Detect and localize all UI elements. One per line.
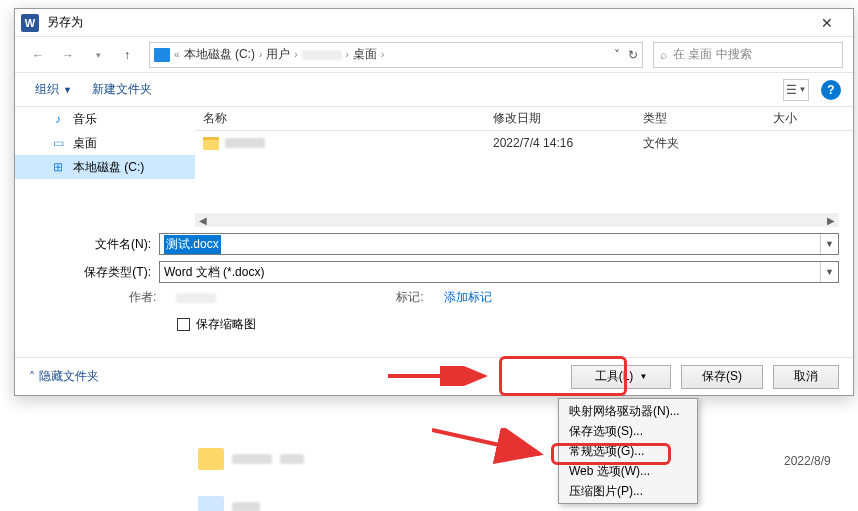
blurred-filename: [225, 138, 265, 148]
sidebar-item-label: 音乐: [73, 111, 97, 128]
tools-dropdown-menu: 映射网络驱动器(N)... 保存选项(S)... 常规选项(G)... Web …: [558, 398, 698, 504]
filename-label: 文件名(N):: [29, 236, 159, 253]
sidebar-item-label: 本地磁盘 (C:): [73, 159, 144, 176]
filename-value: 测试.docx: [164, 235, 221, 254]
organize-label: 组织: [35, 81, 59, 98]
content-area: ♪ 音乐 ▭ 桌面 ⊞ 本地磁盘 (C:) 名称 修改日期 类型 大小: [15, 107, 853, 227]
thumbnail-checkbox[interactable]: [177, 318, 190, 331]
file-row[interactable]: 2022/7/4 14:16 文件夹: [195, 131, 853, 155]
svg-line-3: [432, 430, 540, 454]
breadcrumb[interactable]: « 本地磁盘 (C:) › 用户 › › 桌面 › ˅ ↻: [149, 42, 643, 68]
tools-label: 工具(L): [595, 368, 634, 385]
save-button[interactable]: 保存(S): [681, 365, 763, 389]
chevron-down-icon: ▼: [639, 372, 647, 381]
scroll-right-icon[interactable]: ▶: [823, 213, 839, 227]
menu-item-general-options[interactable]: 常规选项(G)...: [561, 441, 695, 461]
bg-date: 2022/8/9: [784, 454, 831, 468]
bc-segment[interactable]: 本地磁盘 (C:): [184, 46, 255, 63]
folder-icon: [198, 448, 224, 470]
menu-item-map-drive[interactable]: 映射网络驱动器(N)...: [561, 401, 695, 421]
navbar: ← → ▾ ↑ « 本地磁盘 (C:) › 用户 › › 桌面 › ˅ ↻ ⌕ …: [15, 37, 853, 73]
col-type[interactable]: 类型: [635, 110, 765, 127]
bc-sep: ›: [294, 49, 297, 60]
file-list: 名称 修改日期 类型 大小 2022/7/4 14:16 文件夹 ◀ ▶: [195, 107, 853, 227]
dialog-title: 另存为: [47, 14, 807, 31]
annotation-arrow: [432, 428, 552, 468]
column-headers: 名称 修改日期 类型 大小: [195, 107, 853, 131]
blurred-text: [232, 454, 272, 464]
file-icon: [198, 496, 224, 511]
help-icon[interactable]: ?: [821, 80, 841, 100]
menu-item-compress[interactable]: 压缩图片(P)...: [561, 481, 695, 501]
word-icon: W: [21, 14, 39, 32]
filetype-label: 保存类型(T):: [29, 264, 159, 281]
bc-segment[interactable]: 用户: [266, 46, 290, 63]
col-name[interactable]: 名称: [195, 110, 485, 127]
dialog-footer: ˄ 隐藏文件夹 工具(L) ▼ 保存(S) 取消: [15, 357, 853, 395]
blurred-text: [280, 454, 304, 464]
horizontal-scrollbar[interactable]: ◀ ▶: [195, 213, 839, 227]
bc-segment[interactable]: 桌面: [353, 46, 377, 63]
toolbar: 组织 ▼ 新建文件夹 ☰▼ ?: [15, 73, 853, 107]
col-date[interactable]: 修改日期: [485, 110, 635, 127]
nav-back-button[interactable]: ←: [25, 42, 51, 68]
menu-item-save-options[interactable]: 保存选项(S)...: [561, 421, 695, 441]
bg-folder-row: [198, 496, 260, 511]
filetype-value: Word 文档 (*.docx): [164, 264, 264, 281]
bc-sep: ›: [346, 49, 349, 60]
file-date: 2022/7/4 14:16: [485, 136, 635, 150]
filename-input[interactable]: 测试.docx ▼: [159, 233, 839, 255]
hide-folders-button[interactable]: ˄ 隐藏文件夹: [29, 368, 99, 385]
desktop-icon: ▭: [51, 136, 65, 150]
sidebar-item-label: 桌面: [73, 135, 97, 152]
chevron-down-icon[interactable]: ˅: [614, 48, 620, 62]
chevron-up-icon: ˄: [29, 370, 35, 384]
sidebar: ♪ 音乐 ▭ 桌面 ⊞ 本地磁盘 (C:): [15, 107, 195, 227]
tags-link[interactable]: 添加标记: [444, 289, 492, 306]
search-input[interactable]: ⌕ 在 桌面 中搜索: [653, 42, 843, 68]
tools-button[interactable]: 工具(L) ▼: [571, 365, 671, 389]
tags-label: 标记:: [396, 289, 423, 306]
folder-icon: [203, 137, 219, 150]
organize-button[interactable]: 组织 ▼: [27, 78, 80, 101]
close-button[interactable]: ✕: [807, 11, 847, 35]
chevron-down-icon[interactable]: ▼: [820, 234, 838, 254]
author-label: 作者:: [129, 289, 156, 306]
author-blurred: [176, 293, 216, 303]
search-icon: ⌕: [660, 48, 667, 62]
nav-forward-button[interactable]: →: [55, 42, 81, 68]
col-size[interactable]: 大小: [765, 110, 853, 127]
bc-sep: «: [174, 49, 180, 60]
view-options-button[interactable]: ☰▼: [783, 79, 809, 101]
music-icon: ♪: [51, 112, 65, 126]
cancel-button[interactable]: 取消: [773, 365, 839, 389]
breadcrumb-actions: ˅ ↻: [614, 48, 638, 62]
bg-folder-row: [198, 448, 304, 470]
sidebar-item-desktop[interactable]: ▭ 桌面: [15, 131, 195, 155]
search-placeholder: 在 桌面 中搜索: [673, 46, 752, 63]
hide-folders-label: 隐藏文件夹: [39, 368, 99, 385]
bc-blurred: [302, 50, 342, 60]
sidebar-item-music[interactable]: ♪ 音乐: [15, 107, 195, 131]
nav-up-button[interactable]: ↑: [115, 43, 139, 67]
file-type: 文件夹: [635, 135, 765, 152]
chevron-down-icon[interactable]: ▼: [820, 262, 838, 282]
bc-sep: ›: [381, 49, 384, 60]
chevron-down-icon: ▼: [63, 85, 72, 95]
menu-item-web-options[interactable]: Web 选项(W)...: [561, 461, 695, 481]
scroll-left-icon[interactable]: ◀: [195, 213, 211, 227]
sidebar-item-local-disk[interactable]: ⊞ 本地磁盘 (C:): [15, 155, 195, 179]
form-area: 文件名(N): 测试.docx ▼ 保存类型(T): Word 文档 (*.do…: [15, 227, 853, 339]
refresh-icon[interactable]: ↻: [628, 48, 638, 62]
background-explorer: passneo.cn 桌面 » 测试 » 测试 (2) 2022/8/9: [14, 396, 854, 511]
save-as-dialog: W 另存为 ✕ ← → ▾ ↑ « 本地磁盘 (C:) › 用户 › › 桌面 …: [14, 8, 854, 396]
new-folder-button[interactable]: 新建文件夹: [84, 78, 160, 101]
blurred-text: [232, 502, 260, 511]
thumbnail-label: 保存缩略图: [196, 316, 256, 333]
nav-recent-button[interactable]: ▾: [85, 42, 111, 68]
bc-sep: ›: [259, 49, 262, 60]
drive-icon: [154, 48, 170, 62]
filetype-select[interactable]: Word 文档 (*.docx) ▼: [159, 261, 839, 283]
titlebar: W 另存为 ✕: [15, 9, 853, 37]
drive-icon: ⊞: [51, 160, 65, 174]
